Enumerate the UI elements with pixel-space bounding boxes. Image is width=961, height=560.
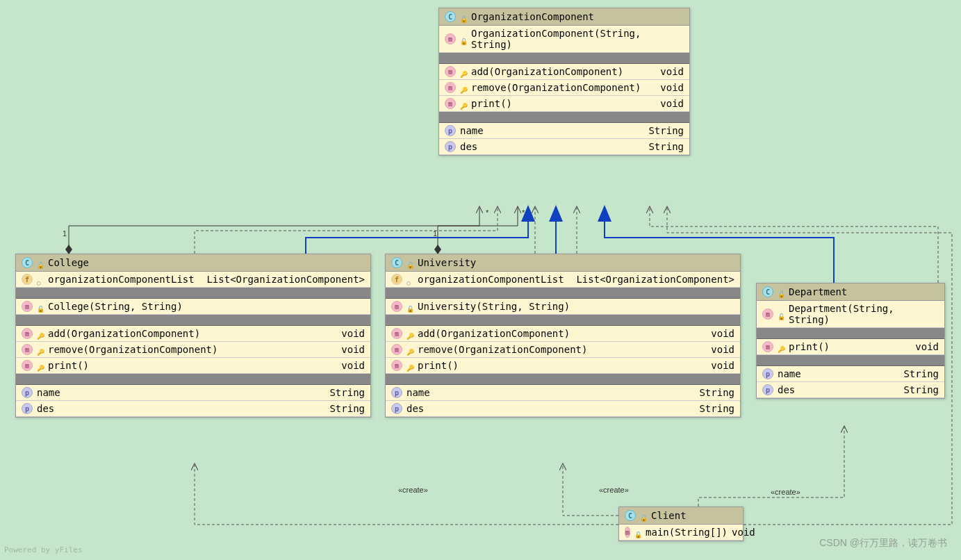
class-department: C Department mDepartment(String, String)…	[756, 283, 945, 399]
class-icon: C	[445, 11, 456, 22]
property-row: pdesString	[439, 139, 689, 155]
method-row: mprint()void	[386, 358, 740, 374]
ret-label: void	[711, 328, 734, 339]
lock-icon	[406, 303, 413, 310]
lock-icon	[640, 512, 647, 519]
create-stereotype: «create»	[599, 486, 629, 494]
section-divider	[439, 53, 689, 64]
property-row: pnameString	[757, 366, 944, 382]
property-row: pnameString	[16, 385, 370, 401]
method-row: madd(OrganizationComponent)void	[386, 326, 740, 342]
method-row: mremove(OrganizationComponent)void	[16, 342, 370, 358]
section-divider	[16, 315, 370, 326]
property-icon: p	[391, 387, 402, 398]
class-title: C Department	[757, 283, 944, 301]
ret-label: String	[903, 384, 939, 395]
section-divider	[16, 288, 370, 299]
ret-label: List<OrganizationComponent>	[206, 274, 365, 285]
class-university: C University f organizationComponentList…	[385, 254, 741, 418]
key-icon	[406, 330, 413, 337]
sig-label: remove(OrganizationComponent)	[471, 82, 656, 93]
property-icon: p	[762, 384, 773, 395]
create-stereotype: «create»	[771, 488, 800, 496]
ret-label: void	[341, 344, 365, 355]
class-icon: C	[762, 286, 773, 297]
section-divider	[439, 112, 689, 123]
field-row: f organizationComponentList List<Organiz…	[16, 272, 370, 288]
ret-label: String	[329, 403, 365, 414]
lock-icon	[460, 13, 467, 20]
field-row: f organizationComponentList List<Organiz…	[386, 272, 740, 288]
property-row: pdesString	[386, 401, 740, 417]
sig-label: organizationComponentList	[48, 274, 202, 285]
sig-label: print()	[48, 360, 337, 371]
sig-label: College(String, String)	[48, 301, 365, 312]
method-icon: m	[762, 308, 773, 320]
section-divider	[386, 288, 740, 299]
method-icon: m	[391, 360, 402, 371]
lock-icon	[634, 529, 641, 536]
key-icon	[460, 100, 467, 107]
method-icon: m	[391, 301, 402, 312]
property-icon: p	[445, 125, 456, 136]
property-row: pdesString	[757, 382, 944, 398]
method-icon: m	[762, 341, 773, 352]
sig-label: des	[460, 141, 644, 152]
class-icon: C	[22, 257, 33, 268]
create-stereotype: «create»	[398, 486, 428, 494]
constructor-row: mCollege(String, String)	[16, 299, 370, 315]
key-icon	[37, 330, 44, 337]
class-title: C Client	[619, 507, 743, 525]
ret-label: String	[699, 403, 734, 414]
sig-label: print()	[471, 98, 656, 109]
method-row: mremove(OrganizationComponent)void	[386, 342, 740, 358]
method-row: madd(OrganizationComponent)void	[439, 64, 689, 80]
sig-label: OrganizationComponent(String, String)	[471, 28, 684, 50]
method-row: mprint()void	[439, 96, 689, 112]
ret-label: String	[648, 141, 684, 152]
property-row: pnameString	[386, 385, 740, 401]
method-icon: m	[22, 360, 33, 371]
ret-label: String	[903, 368, 939, 379]
constructor-row: m OrganizationComponent(String, String)	[439, 26, 689, 53]
multiplicity-label: 1	[63, 229, 67, 238]
field-icon: f	[391, 274, 402, 285]
method-icon: m	[445, 98, 456, 109]
property-icon: p	[22, 387, 33, 398]
ret-label: void	[341, 328, 365, 339]
ret-label: void	[711, 360, 734, 371]
property-icon: p	[391, 403, 402, 414]
key-icon	[37, 362, 44, 369]
sig-label: print()	[418, 360, 707, 371]
class-icon: C	[625, 510, 636, 521]
property-icon: p	[445, 141, 456, 152]
property-icon: p	[762, 368, 773, 379]
lock-icon	[460, 35, 467, 42]
ret-label: List<OrganizationComponent>	[576, 274, 734, 285]
class-title: C OrganizationComponent	[439, 8, 689, 26]
sig-label: des	[406, 403, 695, 414]
key-icon	[460, 68, 467, 75]
sig-label: add(OrganizationComponent)	[48, 328, 337, 339]
class-college: C College f organizationComponentList Li…	[15, 254, 371, 418]
sig-label: des	[778, 384, 899, 395]
multiplicity-label: *	[522, 208, 525, 217]
sig-label: des	[37, 403, 325, 414]
method-row: mmain(String[])void	[619, 525, 743, 541]
class-name-label: OrganizationComponent	[471, 11, 594, 22]
method-icon: m	[22, 344, 33, 355]
multiplicity-label: *	[486, 208, 488, 217]
sig-label: print()	[789, 341, 911, 352]
constructor-row: mUniversity(String, String)	[386, 299, 740, 315]
property-row: pdesString	[16, 401, 370, 417]
lock-icon	[37, 259, 44, 266]
lock-icon	[778, 288, 785, 295]
ret-label: String	[329, 387, 365, 398]
class-name-label: College	[48, 257, 89, 268]
method-icon: m	[22, 301, 33, 312]
key-icon	[460, 84, 467, 91]
method-row: mremove(OrganizationComponent)void	[439, 80, 689, 96]
lock-icon	[778, 311, 785, 318]
key-icon	[406, 346, 413, 353]
sig-label: main(String[])	[646, 527, 728, 538]
